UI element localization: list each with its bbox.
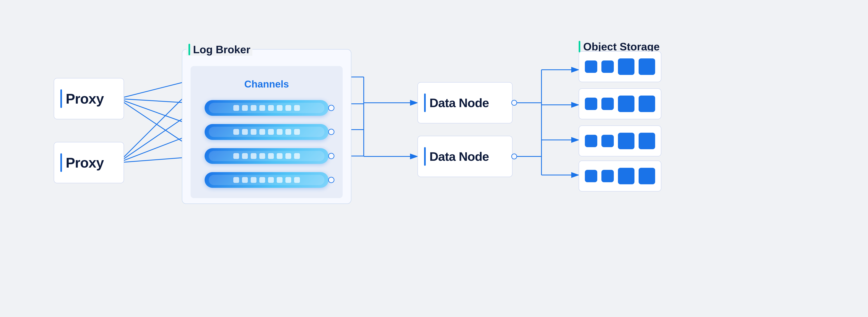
- channel-dot: [294, 129, 300, 135]
- data-node-box-2: Data Node: [417, 136, 513, 177]
- channel-bar-1: [205, 100, 329, 116]
- storage-block: [618, 133, 634, 149]
- channel-dot: [251, 177, 256, 183]
- channel-dot: [285, 177, 291, 183]
- channel-dot: [294, 105, 300, 111]
- channel-dot: [277, 105, 282, 111]
- data-node-box-1: Data Node: [417, 82, 513, 124]
- channel-dot: [259, 177, 265, 183]
- storage-block: [601, 61, 614, 73]
- log-broker-accent: [188, 44, 190, 55]
- channel-dot: [242, 105, 248, 111]
- channel-inner-2: [209, 127, 324, 137]
- channel-dot: [251, 105, 256, 111]
- storage-block: [639, 133, 655, 149]
- storage-box-4: [579, 161, 661, 191]
- channel-inner-4: [209, 175, 324, 185]
- channel-dot: [285, 105, 291, 111]
- storage-block: [585, 98, 597, 110]
- channel-dot: [268, 153, 274, 159]
- channel-dot: [233, 153, 239, 159]
- channel-dot: [242, 153, 248, 159]
- channel-bar-2: [205, 124, 329, 140]
- proxy-box-1: Proxy: [54, 78, 124, 119]
- channel-terminus-4: [328, 177, 334, 183]
- channel-bar-4: [205, 172, 329, 188]
- proxy-label-1: Proxy: [66, 91, 104, 107]
- storage-block: [585, 61, 597, 73]
- channel-dot: [242, 177, 248, 183]
- data-node-label-2: Data Node: [430, 149, 489, 164]
- storage-block: [585, 170, 597, 182]
- channel-dot: [233, 177, 239, 183]
- channel-terminus-2: [328, 129, 334, 135]
- channel-dot: [251, 129, 256, 135]
- storage-block: [601, 170, 614, 182]
- channel-dot: [285, 153, 291, 159]
- log-broker-container: Log Broker Channels: [182, 49, 351, 204]
- channel-dot: [294, 177, 300, 183]
- storage-block: [639, 96, 655, 112]
- channel-dot: [268, 129, 274, 135]
- proxy-accent-1: [60, 90, 62, 108]
- channel-dot: [259, 153, 265, 159]
- storage-block: [585, 135, 597, 147]
- storage-block: [639, 168, 655, 184]
- channel-bar-3: [205, 148, 329, 164]
- object-storage-title: Object Storage: [577, 40, 662, 53]
- channel-terminus-1: [328, 105, 334, 111]
- data-node-accent-1: [424, 94, 426, 112]
- storage-block: [601, 98, 614, 110]
- storage-block: [639, 59, 655, 75]
- channel-terminus-3: [328, 153, 334, 159]
- channel-dot: [233, 105, 239, 111]
- log-broker-title: Log Broker: [186, 43, 252, 56]
- storage-box-1: [579, 51, 661, 82]
- channel-dot: [277, 153, 282, 159]
- channels-title: Channels: [244, 78, 289, 90]
- channel-dot: [259, 129, 265, 135]
- channel-dot: [294, 153, 300, 159]
- data-node-accent-2: [424, 147, 426, 166]
- channel-dot: [268, 105, 274, 111]
- storage-box-2: [579, 88, 661, 119]
- storage-block: [618, 168, 634, 184]
- data-node-label-1: Data Node: [430, 96, 489, 110]
- channel-inner-3: [209, 151, 324, 161]
- storage-block: [618, 96, 634, 112]
- channel-dot: [268, 177, 274, 183]
- data-node-terminus-1: [511, 100, 517, 106]
- storage-box-3: [579, 126, 661, 156]
- storage-block: [601, 135, 614, 147]
- channel-dot: [242, 129, 248, 135]
- channel-dot: [277, 177, 282, 183]
- channel-dot: [285, 129, 291, 135]
- data-node-terminus-2: [511, 153, 517, 159]
- proxy-box-2: Proxy: [54, 142, 124, 183]
- storage-block: [618, 59, 634, 75]
- channel-dot: [233, 129, 239, 135]
- proxy-label-2: Proxy: [66, 154, 104, 171]
- architecture-diagram: Proxy Proxy Log Broker Channels: [41, 24, 827, 293]
- channels-container: Channels: [190, 66, 343, 198]
- channel-inner-1: [209, 103, 324, 113]
- object-storage-accent: [579, 41, 580, 52]
- channel-dot: [251, 153, 256, 159]
- channel-dot: [259, 105, 265, 111]
- channel-dot: [277, 129, 282, 135]
- proxy-accent-2: [60, 153, 62, 172]
